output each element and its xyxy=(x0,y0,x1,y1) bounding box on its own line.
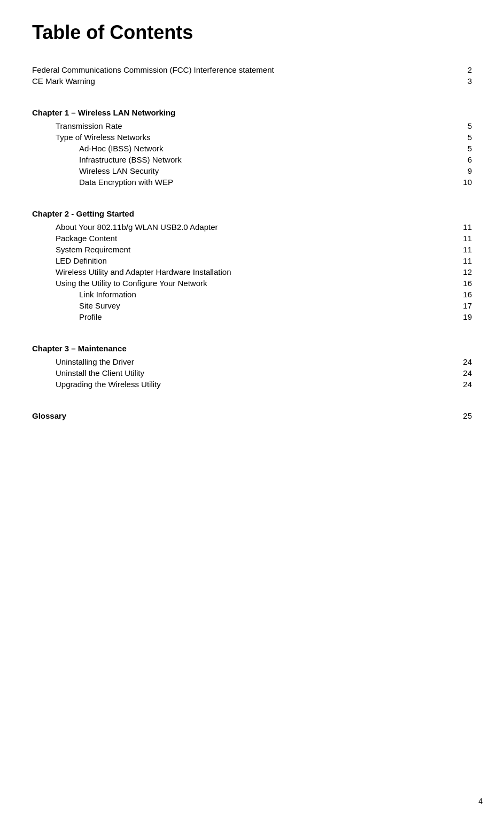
page-number-corner: 4 xyxy=(478,797,483,805)
toc-entry-page: 24 xyxy=(451,380,472,389)
toc-entry-text: Transmission Rate xyxy=(32,121,451,130)
toc-spacer xyxy=(32,324,472,333)
toc-entry-page: 25 xyxy=(451,411,472,420)
toc-entry-page: 19 xyxy=(451,312,472,321)
toc-row: Link Information16 xyxy=(32,290,472,299)
toc-entry-page: 11 xyxy=(451,245,472,254)
toc-entry-text: Upgrading the Wireless Utility xyxy=(32,380,451,389)
toc-entry-page: 11 xyxy=(451,256,472,265)
toc-entry-text: Chapter 1 – Wireless LAN Networking xyxy=(32,108,451,117)
toc-row: Wireless Utility and Adapter Hardware In… xyxy=(32,267,472,276)
toc-entry-text: Glossary xyxy=(32,411,451,420)
toc-entry-text: Uninstall the Client Utility xyxy=(32,368,451,378)
toc-entry-text: Federal Communications Commission (FCC) … xyxy=(32,65,451,74)
toc-entry-page: 6 xyxy=(451,155,472,164)
toc-entry-page: 5 xyxy=(451,133,472,142)
toc-entry-text: Site Survey xyxy=(32,301,451,310)
toc-row: About Your 802.11b/g WLAN USB2.0 Adapter… xyxy=(32,222,472,232)
toc-entry-page: 16 xyxy=(451,279,472,288)
toc-row: Data Encryption with WEP10 xyxy=(32,178,472,187)
toc-entry-page: 10 xyxy=(451,178,472,187)
toc-row: Package Content11 xyxy=(32,234,472,243)
toc-entry-page: 16 xyxy=(451,290,472,299)
toc-entry-text: CE Mark Warning xyxy=(32,76,451,86)
toc-row: LED Definition11 xyxy=(32,256,472,265)
toc-entry-text: LED Definition xyxy=(32,256,451,265)
toc-entry-page: 12 xyxy=(451,267,472,276)
toc-entry-page: 5 xyxy=(451,144,472,153)
toc-row: Chapter 2 - Getting Started xyxy=(32,198,472,220)
toc-row: Federal Communications Commission (FCC) … xyxy=(32,65,472,74)
toc-entry-page: 9 xyxy=(451,166,472,175)
toc-entry-text: Uninstalling the Driver xyxy=(32,357,451,366)
toc-entry-text: Infrastructure (BSS) Network xyxy=(32,155,451,164)
toc-row: System Requirement11 xyxy=(32,245,472,254)
toc-row: Transmission Rate5 xyxy=(32,121,472,130)
toc-row: CE Mark Warning3 xyxy=(32,76,472,86)
toc-container: Federal Communications Commission (FCC) … xyxy=(32,65,472,422)
toc-spacer xyxy=(32,88,472,97)
toc-entry-text: Chapter 3 – Maintenance xyxy=(32,344,451,353)
toc-entry-text: Ad-Hoc (IBSS) Network xyxy=(32,144,451,153)
toc-row: Ad-Hoc (IBSS) Network5 xyxy=(32,144,472,153)
toc-row: Wireless LAN Security9 xyxy=(32,166,472,175)
page-title: Table of Contents xyxy=(32,21,472,44)
toc-row: Type of Wireless Networks5 xyxy=(32,133,472,142)
toc-entry-page: 17 xyxy=(451,301,472,310)
toc-entry-text: Profile xyxy=(32,312,451,321)
toc-row: Profile19 xyxy=(32,312,472,321)
toc-entry-text: Chapter 2 - Getting Started xyxy=(32,209,451,218)
toc-entry-page: 24 xyxy=(451,368,472,378)
toc-row: Using the Utility to Configure Your Netw… xyxy=(32,279,472,288)
toc-entry-text: System Requirement xyxy=(32,245,451,254)
toc-row: Site Survey17 xyxy=(32,301,472,310)
toc-entry-page: 11 xyxy=(451,234,472,243)
toc-spacer xyxy=(32,189,472,198)
toc-entry-text: Link Information xyxy=(32,290,451,299)
toc-entry-page: 11 xyxy=(451,222,472,232)
toc-spacer xyxy=(32,391,472,401)
toc-entry-text: Wireless Utility and Adapter Hardware In… xyxy=(32,267,451,276)
toc-entry-page: 5 xyxy=(451,121,472,130)
toc-entry-page: 24 xyxy=(451,357,472,366)
toc-entry-text: Package Content xyxy=(32,234,451,243)
toc-row: Chapter 3 – Maintenance xyxy=(32,333,472,355)
toc-entry-page: 3 xyxy=(451,76,472,86)
toc-entry-text: About Your 802.11b/g WLAN USB2.0 Adapter xyxy=(32,222,451,232)
toc-row: Upgrading the Wireless Utility24 xyxy=(32,380,472,389)
toc-row: Glossary25 xyxy=(32,401,472,422)
toc-row: Infrastructure (BSS) Network6 xyxy=(32,155,472,164)
toc-row: Chapter 1 – Wireless LAN Networking xyxy=(32,97,472,119)
toc-entry-text: Data Encryption with WEP xyxy=(32,178,451,187)
toc-entry-text: Type of Wireless Networks xyxy=(32,133,451,142)
toc-row: Uninstalling the Driver24 xyxy=(32,357,472,366)
toc-row: Uninstall the Client Utility24 xyxy=(32,368,472,378)
toc-entry-page: 2 xyxy=(451,65,472,74)
toc-entry-text: Wireless LAN Security xyxy=(32,166,451,175)
toc-entry-text: Using the Utility to Configure Your Netw… xyxy=(32,279,451,288)
